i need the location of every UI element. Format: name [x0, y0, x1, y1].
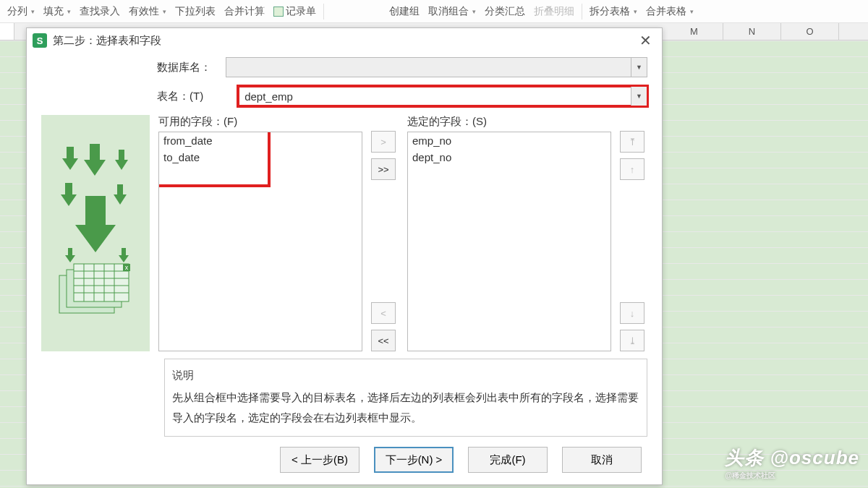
ribbon-validation[interactable]: 有效性: [124, 2, 171, 21]
ribbon-dropdown-list[interactable]: 下拉列表: [171, 2, 220, 21]
table-label: 表名：(T): [157, 90, 238, 103]
cancel-button[interactable]: 取消: [562, 447, 642, 473]
app-logo-icon: S: [33, 33, 47, 48]
ribbon-toolbar: 分列 填充 查找录入 有效性 下拉列表 合并计算 记录单 创建组 取消组合 分类…: [0, 0, 868, 23]
watermark: 头条 @oscube @稀金技术社区: [725, 445, 859, 481]
prev-button[interactable]: < 上一步(B): [280, 447, 359, 473]
reorder-buttons: ⤒ ↑ ↓ ⤓: [620, 115, 647, 351]
db-name-combo[interactable]: ▼: [226, 57, 647, 77]
dropdown-icon[interactable]: ▼: [631, 58, 647, 77]
svg-marker-5: [75, 196, 116, 252]
ribbon-record-form[interactable]: 记录单: [269, 2, 320, 21]
description-panel: 说明 先从组合框中选择需要导入的目标表名，选择后左边的列表框会列出表中所有的字段…: [164, 359, 647, 437]
add-one-button: >: [371, 131, 396, 153]
dialog-title: 第二步：选择表和字段: [53, 34, 161, 48]
list-item[interactable]: from_date: [159, 132, 362, 149]
selected-fields-label: 选定的字段：(S): [407, 115, 611, 129]
record-form-icon: [273, 7, 284, 17]
list-item[interactable]: dept_no: [408, 149, 610, 166]
move-buttons: > >> < <<: [371, 115, 399, 351]
ribbon-lookup-entry[interactable]: 查找录入: [75, 2, 124, 21]
ribbon-subtotal[interactable]: 分类汇总: [480, 2, 529, 21]
ribbon-ungroup[interactable]: 取消组合: [424, 2, 480, 21]
svg-marker-3: [61, 183, 77, 206]
svg-marker-0: [62, 147, 78, 170]
ribbon-separator: [323, 4, 324, 20]
svg-text:x: x: [125, 264, 129, 271]
available-fields-label: 可用的字段：(F): [158, 115, 362, 129]
dialog-buttons: < 上一步(B) 下一步(N) > 完成(F) 取消: [27, 437, 662, 484]
ribbon-separator: [582, 4, 582, 20]
ribbon-collapse-detail: 折叠明细: [529, 2, 579, 21]
add-all-button[interactable]: >>: [371, 158, 396, 180]
dropdown-icon[interactable]: ▼: [631, 87, 647, 106]
description-label: 说明: [172, 365, 639, 386]
svg-marker-6: [65, 248, 75, 262]
move-up-button: ↑: [620, 158, 644, 180]
list-item[interactable]: to_date: [159, 149, 362, 166]
next-button[interactable]: 下一步(N) >: [374, 447, 454, 473]
move-top-button: ⤒: [620, 131, 644, 153]
ribbon-merge-table[interactable]: 合并表格: [642, 2, 698, 21]
svg-marker-2: [115, 150, 128, 170]
description-text: 先从组合框中选择需要导入的目标表名，选择后左边的列表框会列出表中所有的字段名，选…: [172, 388, 639, 429]
col-N[interactable]: N: [723, 23, 781, 40]
svg-marker-4: [114, 184, 127, 205]
ribbon-split-col[interactable]: 分列: [3, 2, 39, 21]
remove-all-button[interactable]: <<: [371, 330, 396, 351]
table-value: dept_emp: [244, 90, 293, 103]
move-down-button: ↓: [620, 302, 644, 324]
ribbon-consolidate[interactable]: 合并计算: [220, 2, 269, 21]
finish-button[interactable]: 完成(F): [468, 447, 548, 473]
remove-one-button: <: [371, 302, 396, 324]
svg-rect-10: [74, 264, 129, 301]
svg-marker-1: [84, 144, 106, 176]
db-name-label: 数据库名：: [157, 61, 226, 74]
svg-marker-7: [119, 248, 129, 262]
list-item[interactable]: emp_no: [408, 132, 610, 149]
table-combo[interactable]: dept_emp ▼: [238, 86, 647, 106]
move-bottom-button: ⤓: [620, 330, 644, 351]
ribbon-group-create[interactable]: 创建组: [385, 2, 424, 21]
col-M[interactable]: M: [665, 23, 723, 40]
dialog-titlebar: S 第二步：选择表和字段 ✕: [27, 28, 662, 53]
arrows-to-sheet-icon: x: [52, 140, 139, 328]
selected-fields-list[interactable]: emp_no dept_no: [407, 132, 611, 351]
wizard-dialog: S 第二步：选择表和字段 ✕ 数据库名： ▼ 表名：(T) dept_emp ▼: [26, 27, 663, 485]
wizard-illustration: x: [41, 115, 150, 351]
close-button[interactable]: ✕: [635, 30, 656, 51]
ribbon-fill[interactable]: 填充: [39, 2, 75, 21]
available-fields-list[interactable]: from_date to_date: [158, 132, 362, 351]
ribbon-split-table[interactable]: 拆分表格: [585, 2, 642, 21]
col-O[interactable]: O: [781, 23, 839, 40]
